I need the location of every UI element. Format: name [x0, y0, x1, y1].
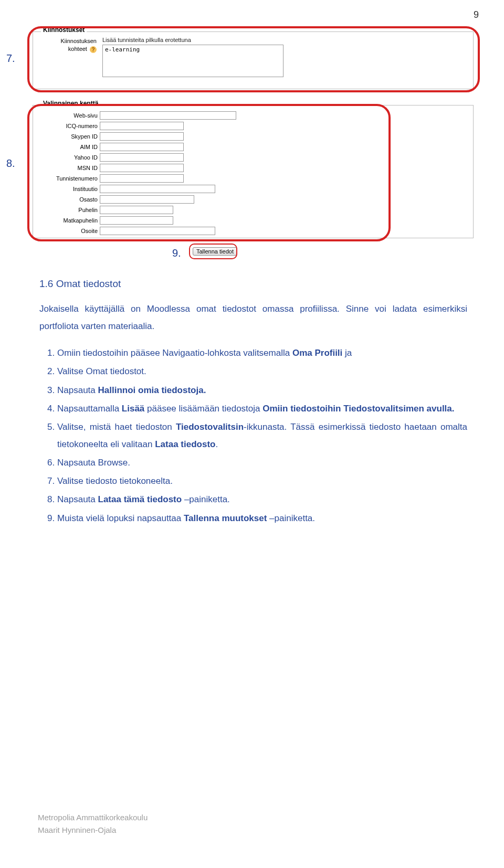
- section-heading: 1.6 Omat tiedostot: [39, 278, 467, 290]
- list-item: Muista vielä lopuksi napsauttaa Tallenna…: [57, 510, 467, 527]
- step-annotation-8: 8.: [6, 157, 15, 170]
- field-row: Web-sivu: [37, 111, 236, 120]
- label-kohteet: kohteet ?: [59, 46, 97, 53]
- field-label: Skypen ID: [37, 133, 100, 140]
- hint-tunnisteet: Lisää tunnisteita pilkulla erotettuna: [102, 37, 191, 43]
- instruction-list: Omiin tiedostoihin pääsee Navigaatio-loh…: [39, 344, 467, 526]
- field-input[interactable]: [100, 195, 194, 204]
- list-item: Valitse Omat tiedostot.: [57, 363, 467, 380]
- field-input[interactable]: [100, 174, 184, 183]
- field-input[interactable]: [100, 227, 215, 235]
- field-input[interactable]: [100, 185, 215, 193]
- field-input[interactable]: [100, 153, 184, 162]
- footer-org: Metropolia Ammattikorkeakoulu: [38, 811, 148, 824]
- field-label: ICQ-numero: [37, 123, 100, 129]
- footer-author: Maarit Hynninen-Ojala: [38, 824, 148, 837]
- field-input[interactable]: [100, 164, 184, 172]
- field-row: Puhelin: [37, 206, 173, 214]
- field-label: Web-sivu: [37, 112, 100, 119]
- help-icon[interactable]: ?: [90, 46, 97, 53]
- field-row: MSN ID: [37, 164, 184, 172]
- field-label: Yahoo ID: [37, 154, 100, 161]
- field-label: Osasto: [37, 196, 100, 203]
- field-label: Matkapuhelin: [37, 217, 100, 224]
- field-row: Skypen ID: [37, 132, 184, 141]
- list-item: Valitse, mistä haet tiedoston Tiedostova…: [57, 418, 467, 453]
- field-row: Matkapuhelin: [37, 216, 173, 225]
- footer: Metropolia Ammattikorkeakoulu Maarit Hyn…: [38, 811, 148, 837]
- save-button[interactable]: Tallenna tiedot: [193, 247, 237, 256]
- label-kiinnostuksen: Kiinnostuksen: [48, 38, 97, 44]
- label-kohteet-text: kohteet: [68, 46, 87, 52]
- field-row: Osasto: [37, 195, 194, 204]
- field-row: Osoite: [37, 227, 215, 235]
- field-row: Instituutio: [37, 185, 215, 193]
- field-input[interactable]: [100, 132, 184, 141]
- field-row: Tunnistenumero: [37, 174, 184, 183]
- field-label: Puhelin: [37, 207, 100, 213]
- field-row: ICQ-numero: [37, 122, 184, 130]
- field-input[interactable]: [100, 206, 173, 214]
- field-input[interactable]: [100, 143, 184, 151]
- field-label: Tunnistenumero: [37, 175, 100, 182]
- step-annotation-9: 9.: [172, 247, 181, 259]
- field-label: AIM ID: [37, 144, 100, 150]
- list-item: Omiin tiedostoihin pääsee Navigaatio-loh…: [57, 344, 467, 362]
- field-input[interactable]: [100, 216, 173, 225]
- list-item: Napsauttamalla Lisää pääsee lisäämään ti…: [57, 400, 467, 417]
- field-row: Yahoo ID: [37, 153, 184, 162]
- interests-input[interactable]: [102, 45, 284, 77]
- list-item: Valitse tiedosto tietokoneelta.: [57, 472, 467, 490]
- field-label: Osoite: [37, 228, 100, 234]
- document-body: 1.6 Omat tiedostot Jokaisella käyttäjäll…: [39, 278, 467, 528]
- list-item: Napsauta Lataa tämä tiedosto –painiketta…: [57, 491, 467, 508]
- legend-valinnainen: Valinnainen kenttä: [41, 100, 100, 107]
- list-item: Napsauta Hallinnoi omia tiedostoja.: [57, 382, 467, 399]
- field-input[interactable]: [100, 111, 236, 120]
- field-row: AIM ID: [37, 143, 184, 151]
- field-label: MSN ID: [37, 165, 100, 171]
- step-annotation-7: 7.: [6, 52, 15, 65]
- list-item: Napsauta Browse.: [57, 454, 467, 471]
- field-input[interactable]: [100, 122, 184, 130]
- legend-kiinnostukset: Kiinnostukset: [41, 26, 87, 34]
- page-number: 9: [474, 9, 479, 20]
- intro-paragraph: Jokaisella käyttäjällä on Moodlessa omat…: [39, 300, 467, 335]
- field-label: Instituutio: [37, 186, 100, 192]
